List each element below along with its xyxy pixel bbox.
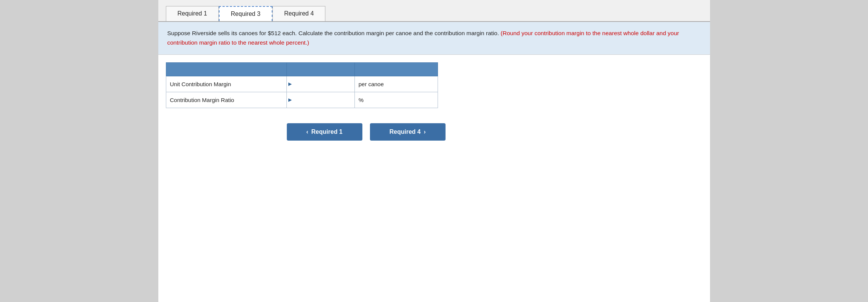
table-header-row bbox=[166, 62, 438, 76]
col-header-unit bbox=[354, 62, 438, 76]
tab-required3-label: Required 3 bbox=[231, 11, 260, 17]
col-header-label bbox=[166, 62, 287, 76]
row1-arrow-icon: ▶ bbox=[288, 81, 292, 87]
prev-button[interactable]: ‹ Required 1 bbox=[287, 123, 362, 141]
row2-input[interactable] bbox=[287, 92, 354, 108]
prev-label: Required 1 bbox=[311, 129, 343, 135]
page-wrapper: Required 1 Required 3 Required 4 Suppose… bbox=[158, 0, 710, 302]
row2-unit: % bbox=[354, 92, 438, 108]
table-row: Unit Contribution Margin ▶ per canoe bbox=[166, 76, 438, 92]
row2-arrow-icon: ▶ bbox=[288, 97, 292, 102]
tab-required3[interactable]: Required 3 bbox=[219, 6, 272, 21]
row1-input[interactable] bbox=[287, 76, 354, 92]
row1-unit: per canoe bbox=[354, 76, 438, 92]
next-label: Required 4 bbox=[389, 129, 421, 135]
nav-buttons: ‹ Required 1 Required 4 › bbox=[158, 112, 710, 148]
tab-required1-label: Required 1 bbox=[178, 10, 207, 17]
table-row: Contribution Margin Ratio ▶ % bbox=[166, 92, 438, 108]
description-text: Suppose Riverside sells its canoes for $… bbox=[167, 29, 701, 48]
tab-required4-label: Required 4 bbox=[284, 10, 314, 17]
next-button[interactable]: Required 4 › bbox=[370, 123, 446, 141]
col-header-value bbox=[287, 62, 355, 76]
description-main: Suppose Riverside sells its canoes for $… bbox=[167, 30, 499, 36]
row2-input-cell[interactable]: ▶ bbox=[287, 92, 355, 108]
row1-label: Unit Contribution Margin bbox=[166, 76, 287, 92]
row1-input-cell[interactable]: ▶ bbox=[287, 76, 355, 92]
next-icon: › bbox=[424, 129, 425, 135]
tabs-container: Required 1 Required 3 Required 4 bbox=[158, 0, 710, 22]
contribution-table: Unit Contribution Margin ▶ per canoe Con… bbox=[166, 62, 438, 108]
row2-label: Contribution Margin Ratio bbox=[166, 92, 287, 108]
tab-required4[interactable]: Required 4 bbox=[272, 6, 325, 21]
prev-icon: ‹ bbox=[306, 129, 308, 135]
description-box: Suppose Riverside sells its canoes for $… bbox=[158, 22, 710, 55]
tab-required1[interactable]: Required 1 bbox=[166, 6, 219, 21]
table-section: Unit Contribution Margin ▶ per canoe Con… bbox=[158, 55, 710, 112]
